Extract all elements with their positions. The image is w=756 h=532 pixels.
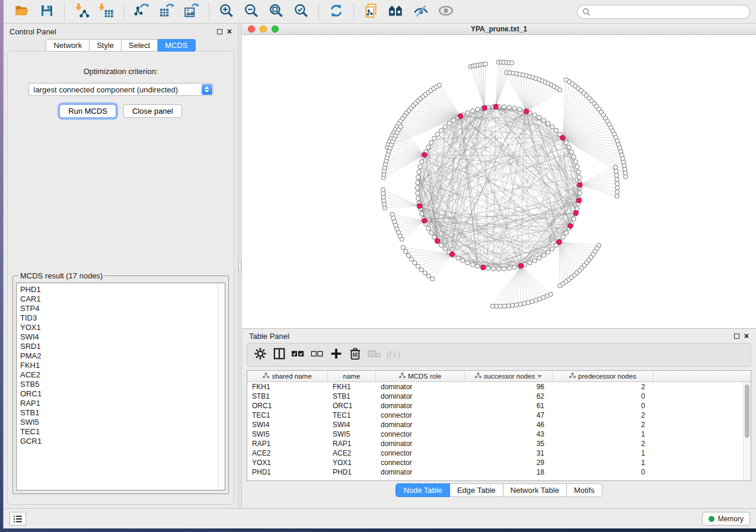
mcds-result-group: MCDS result (17 nodes) PHD1CAR1STP4TID3Y… [12,271,229,494]
save-button[interactable] [37,2,57,21]
cell-name: STB1 [328,392,376,401]
first-neighbors-icon [388,3,404,21]
tab-network[interactable]: Network [46,39,90,52]
table-scrollbar[interactable] [743,382,751,480]
mcds-result-item[interactable]: CAR1 [20,294,221,304]
mcds-result-item[interactable]: YOX1 [20,323,221,332]
mcds-result-item[interactable]: TEC1 [20,427,221,437]
table-row[interactable]: SWI4SWI4dominator462 [247,420,751,430]
select-all-columns-button[interactable] [289,346,308,364]
clone-network-button[interactable] [361,2,381,21]
search-input[interactable] [591,8,745,16]
cell-name: SWI5 [328,430,376,439]
cell-successor-nodes: 47 [465,411,553,420]
import-network-button[interactable] [72,2,92,21]
mcds-result-scrollbar[interactable] [218,283,225,490]
network-window-titlebar[interactable]: YPA_prune.txt_1 [242,24,756,35]
mcds-result-item[interactable]: STB5 [20,380,221,389]
refresh-button[interactable] [326,2,346,21]
tab-node-table[interactable]: Node Table [395,483,450,497]
export-image-button[interactable] [181,2,202,21]
toolbar-separator [124,3,125,21]
mcds-result-item[interactable]: GCR1 [20,437,221,446]
show-all-button[interactable] [436,2,456,21]
show-columns-button[interactable] [270,346,289,364]
memory-button[interactable]: Memory [702,512,750,525]
panel-splitter[interactable] [238,24,242,508]
mcds-result-item[interactable]: SWI4 [20,332,221,342]
close-table-panel-icon[interactable]: × [744,332,749,340]
cell-MCDS-role: dominator [376,467,465,477]
table-row[interactable]: SWI5SWI5connector431 [247,430,751,439]
tab-select[interactable]: Select [122,39,158,52]
cell-successor-nodes: 46 [465,420,553,430]
run-mcds-button[interactable]: Run MCDS [59,104,116,118]
delete-columns-button[interactable] [346,346,365,364]
column-header-predecessor-nodes[interactable]: predecessor nodes [553,371,653,382]
zoom-out-button[interactable] [241,2,261,21]
export-table-button[interactable] [157,2,177,21]
splitter-handle-icon[interactable] [238,262,241,271]
table-scrollbar-thumb[interactable] [745,384,749,438]
column-header-shared-name[interactable]: shared name [247,371,328,382]
cell-successor-nodes: 96 [465,382,553,392]
tab-style[interactable]: Style [90,39,122,52]
first-neighbors-button[interactable] [386,2,406,21]
network-view-window: YPA_prune.txt_1 [242,24,756,329]
mcds-result-item[interactable]: FKH1 [20,361,221,370]
mcds-result-item[interactable]: SWI5 [20,418,221,427]
unselect-all-columns-button[interactable] [308,346,327,364]
table-row[interactable]: PHD1PHD1dominator180 [247,467,751,477]
import-table-button[interactable] [97,2,117,21]
shared-column-icon [263,373,269,380]
zoom-fit-button[interactable] [266,2,286,21]
float-table-panel-icon[interactable] [734,334,739,339]
close-panel-button[interactable]: Close panel [123,104,182,118]
table-row[interactable]: ACE2ACE2connector311 [247,448,751,458]
cell-shared-name: TEC1 [247,411,328,420]
column-header-MCDS-role[interactable]: MCDS role [376,371,465,382]
add-column-button[interactable] [327,346,346,364]
tab-mcds[interactable]: MCDS [158,39,195,52]
table-row[interactable]: FKH1FKH1dominator962 [247,382,751,392]
float-panel-icon[interactable] [217,29,222,34]
tab-edge-table[interactable]: Edge Table [450,483,503,497]
mcds-result-item[interactable]: ACE2 [20,370,221,380]
zoom-in-button[interactable] [216,2,237,21]
mcds-result-item[interactable]: PHD1 [20,285,221,294]
cell-predecessor-nodes: 2 [553,439,653,448]
mcds-result-item[interactable]: STP4 [20,304,221,313]
hide-selected-button[interactable] [411,2,431,21]
show-all-icon [438,3,454,21]
tab-network-table[interactable]: Network Table [503,483,567,497]
table-row[interactable]: RAP1RAP1dominator352 [247,439,751,448]
table-row[interactable]: STB1STB1dominator620 [247,392,751,401]
settings-button[interactable] [251,346,270,364]
mcds-result-item[interactable]: SRD1 [20,342,221,351]
mcds-result-list[interactable]: PHD1CAR1STP4TID3YOX1SWI4SRD1PMA2FKH1ACE2… [17,283,225,448]
table-row[interactable]: YOX1YOX1connector291 [247,458,751,467]
cell-MCDS-role: connector [376,448,465,458]
search-box[interactable] [577,5,750,19]
open-folder-button[interactable] [12,2,32,21]
task-history-button[interactable] [9,512,26,525]
column-header-successor-nodes[interactable]: successor nodes [465,371,553,382]
mcds-result-item[interactable]: ORC1 [20,389,221,399]
cell-name: ACE2 [328,448,376,458]
column-header-name[interactable]: name [328,371,376,382]
mcds-result-item[interactable]: PMA2 [20,351,221,361]
toolbar-separator [353,3,354,21]
tab-motifs[interactable]: Motifs [567,483,602,497]
export-network-button[interactable] [132,2,152,21]
mcds-result-item[interactable]: RAP1 [20,399,221,408]
mcds-result-item[interactable]: STB1 [20,408,221,418]
network-canvas[interactable] [242,35,756,328]
sort-indicator-icon [537,375,542,378]
export-network-icon [134,3,149,21]
table-row[interactable]: ORC1ORC1dominator610 [247,401,751,411]
optimization-criterion-select[interactable]: largest connected component (undirected) [28,83,213,96]
close-panel-icon[interactable]: × [227,27,232,36]
zoom-selected-button[interactable] [291,2,311,21]
mcds-result-item[interactable]: TID3 [20,313,221,323]
table-row[interactable]: TEC1TEC1connector472 [247,411,751,420]
